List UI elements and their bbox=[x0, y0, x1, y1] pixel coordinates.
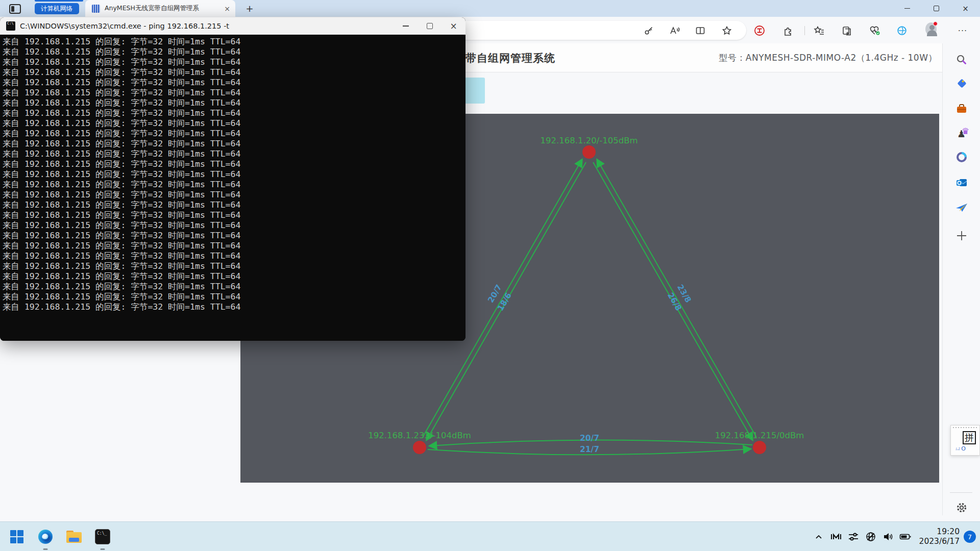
tab-actions-icon[interactable] bbox=[9, 4, 21, 14]
collections-copy-icon[interactable] bbox=[841, 25, 852, 36]
extensions-puzzle-icon[interactable] bbox=[782, 25, 794, 36]
tray-chevron-up-icon[interactable] bbox=[810, 527, 827, 546]
browser-minimize-button[interactable] bbox=[893, 0, 922, 17]
cmd-output-line: 来自 192.168.1.215 的回复: 字节=32 时间=1ms TTL=6… bbox=[3, 251, 465, 261]
settings-more-icon[interactable]: ··· bbox=[957, 25, 968, 36]
ime-grip-handle[interactable] bbox=[953, 427, 977, 428]
cmd-output-line: 来自 192.168.1.215 的回复: 字节=32 时间=1ms TTL=6… bbox=[3, 108, 465, 118]
cmd-output-line: 来自 192.168.1.215 的回复: 字节=32 时间=1ms TTL=6… bbox=[3, 190, 465, 200]
split-screen-icon[interactable] bbox=[695, 25, 706, 36]
clock-date: 2023/6/17 bbox=[919, 537, 960, 546]
cmd-output-line: 来自 192.168.1.215 的回复: 字节=32 时间=1ms TTL=6… bbox=[3, 210, 465, 220]
device-model-label: 型号：ANYMESH-SDR-MIMO-A2（1.4GHz - 10W） bbox=[719, 52, 937, 64]
sidebar-divider bbox=[950, 492, 972, 493]
cmd-output-line: 来自 192.168.1.215 的回复: 字节=32 时间=1ms TTL=6… bbox=[3, 261, 465, 271]
ie-mode-icon[interactable] bbox=[896, 25, 908, 36]
cmd-output-line: 来自 192.168.1.215 的回复: 字节=32 时间=1ms TTL=6… bbox=[3, 67, 465, 78]
sidebar-outlook-icon[interactable] bbox=[953, 174, 970, 191]
new-tab-button[interactable]: + bbox=[243, 2, 256, 15]
password-key-icon[interactable] bbox=[643, 25, 654, 36]
cmd-output-line: 来自 192.168.1.215 的回复: 字节=32 时间=1ms TTL=6… bbox=[3, 169, 465, 180]
page-title-partial: 带自组网管理系统 bbox=[465, 51, 555, 65]
browser-essentials-icon[interactable] bbox=[869, 25, 880, 36]
profile-alert-dot bbox=[933, 21, 938, 26]
cmd-output-line: 来自 192.168.1.215 的回复: 字节=32 时间=1ms TTL=6… bbox=[3, 292, 465, 302]
cmd-output-line: 来自 192.168.1.215 的回复: 字节=32 时间=1ms TTL=6… bbox=[3, 271, 465, 282]
sidebar-shopping-icon[interactable] bbox=[953, 74, 970, 92]
cmd-window-title: C:\WINDOWS\system32\cmd.exe - ping 192.1… bbox=[20, 22, 229, 30]
taskbar-cmd-icon[interactable]: C:\_ bbox=[94, 528, 111, 545]
sidebar-drop-icon[interactable] bbox=[953, 199, 970, 216]
tray-volume-icon[interactable] bbox=[879, 527, 897, 546]
hub-favorites-icon[interactable] bbox=[814, 25, 825, 36]
taskbar: C:\_ 19:20 2023/6/17 7 bbox=[0, 521, 980, 551]
cmd-output-line: 来自 192.168.1.215 的回复: 字节=32 时间=1ms TTL=6… bbox=[3, 129, 465, 139]
browser-close-button[interactable]: × bbox=[951, 0, 980, 17]
sidebar-add-icon[interactable] bbox=[953, 227, 970, 244]
notification-badge[interactable]: 7 bbox=[964, 531, 976, 543]
node-label: 192.168.1.20/-105dBm bbox=[540, 136, 638, 145]
read-aloud-icon[interactable] bbox=[669, 25, 680, 36]
tab-group-color-line bbox=[35, 0, 83, 2]
ime-toolbar[interactable]: 拼 ㄩO bbox=[950, 425, 980, 456]
cmd-output-line: 来自 192.168.1.215 的回复: 字节=32 时间=1ms TTL=6… bbox=[3, 88, 465, 98]
sidebar-settings-gear-icon[interactable] bbox=[953, 499, 970, 516]
cmd-output-line: 来自 192.168.1.215 的回复: 字节=32 时间=1ms TTL=6… bbox=[3, 98, 465, 108]
cmd-output-line: 来自 192.168.1.215 的回复: 字节=32 时间=1ms TTL=6… bbox=[3, 47, 465, 57]
tray-clock[interactable]: 19:20 2023/6/17 bbox=[919, 527, 960, 546]
cmd-output-line: 来自 192.168.1.215 的回复: 字节=32 时间=1ms TTL=6… bbox=[3, 149, 465, 159]
link-label: 20/7 bbox=[580, 434, 599, 443]
tray-battery-icon[interactable] bbox=[897, 527, 914, 546]
toolbar-divider bbox=[804, 26, 805, 35]
cmd-output-line: 来自 192.168.1.215 的回复: 字节=32 时间=1ms TTL=6… bbox=[3, 37, 465, 47]
icbc-extension-icon[interactable] bbox=[754, 25, 765, 36]
clock-time: 19:20 bbox=[919, 527, 960, 537]
start-button[interactable] bbox=[8, 528, 26, 545]
node-label: 192.168.1.233/-104dBm bbox=[368, 431, 471, 440]
cmd-output-line: 来自 192.168.1.215 的回复: 字节=32 时间=1ms TTL=6… bbox=[3, 200, 465, 210]
topology-node-233[interactable] bbox=[413, 441, 426, 454]
profile-avatar[interactable] bbox=[925, 23, 937, 35]
sidebar-games-icon[interactable]: ♟♛ bbox=[953, 125, 970, 142]
tab-group-label[interactable]: 计算机网络 bbox=[35, 3, 79, 14]
tab-close-icon[interactable]: × bbox=[224, 5, 230, 13]
cmd-app-icon: C:\ bbox=[6, 21, 15, 31]
cmd-close-button[interactable]: × bbox=[442, 17, 465, 35]
taskbar-edge-icon[interactable] bbox=[37, 528, 54, 545]
cmd-running-indicator bbox=[101, 548, 105, 550]
cmd-output-line: 来自 192.168.1.215 的回复: 字节=32 时间=1ms TTL=6… bbox=[3, 139, 465, 149]
sidebar-microsoft365-icon[interactable] bbox=[953, 148, 970, 166]
cmd-output-line: 来自 192.168.1.215 的回复: 字节=32 时间=1ms TTL=6… bbox=[3, 159, 465, 169]
cmd-minimize-button[interactable] bbox=[394, 17, 418, 35]
cmd-window: C:\ C:\WINDOWS\system32\cmd.exe - ping 1… bbox=[0, 17, 465, 341]
sidebar-search-icon[interactable] bbox=[953, 51, 970, 68]
cmd-output-line: 来自 192.168.1.215 的回复: 字节=32 时间=1ms TTL=6… bbox=[3, 118, 465, 129]
cmd-output[interactable]: 来自 192.168.1.215 的回复: 字节=32 时间=1ms TTL=6… bbox=[0, 35, 465, 341]
ime-mode-pinyin[interactable]: 拼 bbox=[963, 431, 976, 444]
ime-sub-label: ㄩO bbox=[955, 445, 966, 453]
cmd-maximize-button[interactable] bbox=[418, 17, 442, 35]
cmd-output-line: 来自 192.168.1.215 的回复: 字节=32 时间=1ms TTL=6… bbox=[3, 282, 465, 292]
cmd-titlebar[interactable]: C:\ C:\WINDOWS\system32\cmd.exe - ping 1… bbox=[0, 17, 465, 35]
browser-tabstrip: 计算机网络 AnyMESH无线宽带自组网管理系 × + × bbox=[0, 0, 980, 17]
tray-sliders-icon[interactable] bbox=[845, 527, 862, 546]
browser-maximize-button[interactable] bbox=[922, 0, 951, 17]
taskbar-explorer-icon[interactable] bbox=[65, 528, 83, 545]
cmd-output-line: 来自 192.168.1.215 的回复: 字节=32 时间=1ms TTL=6… bbox=[3, 220, 465, 231]
cmd-output-line: 来自 192.168.1.215 的回复: 字节=32 时间=1ms TTL=6… bbox=[3, 78, 465, 88]
edge-running-indicator bbox=[43, 548, 48, 550]
tab-favicon bbox=[92, 5, 100, 13]
tray-network-icon[interactable] bbox=[862, 527, 879, 546]
topology-node-215[interactable] bbox=[753, 441, 766, 454]
cmd-output-line: 来自 192.168.1.215 的回复: 字节=32 时间=1ms TTL=6… bbox=[3, 57, 465, 67]
cmd-output-line: 来自 192.168.1.215 的回复: 字节=32 时间=1ms TTL=6… bbox=[3, 302, 465, 312]
cmd-output-line: 来自 192.168.1.215 的回复: 字节=32 时间=1ms TTL=6… bbox=[3, 231, 465, 241]
node-label: 192.168.1.215/0dBm bbox=[715, 431, 804, 440]
tray-maxhub-icon[interactable] bbox=[827, 527, 845, 546]
cmd-output-line: 来自 192.168.1.215 的回复: 字节=32 时间=1ms TTL=6… bbox=[3, 241, 465, 251]
browser-tab-anymesh[interactable]: AnyMESH无线宽带自组网管理系 × bbox=[85, 0, 235, 17]
favorites-star-icon[interactable] bbox=[721, 25, 732, 36]
topology-node-20[interactable] bbox=[582, 145, 596, 159]
sidebar-tools-icon[interactable] bbox=[953, 100, 970, 117]
tab-title: AnyMESH无线宽带自组网管理系 bbox=[105, 4, 221, 13]
